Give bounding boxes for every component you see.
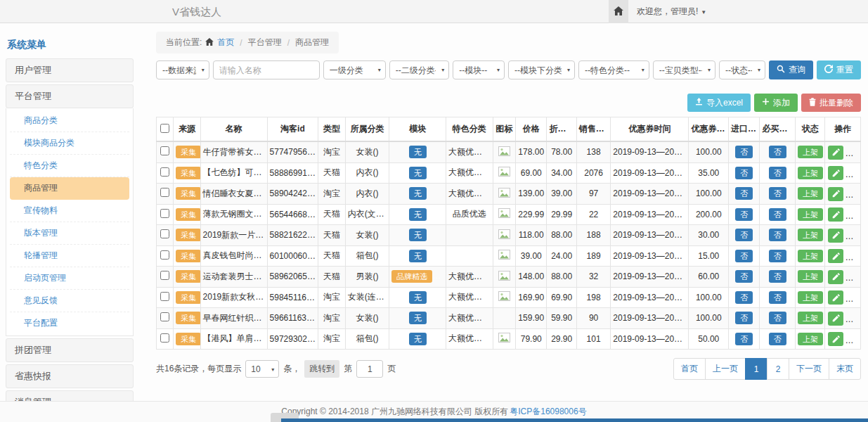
- row-checkbox[interactable]: [160, 333, 169, 343]
- sidebar-link-7[interactable]: 启动页管理: [10, 267, 129, 290]
- must-buy-toggle[interactable]: 否: [769, 187, 786, 200]
- status-button[interactable]: 上架: [798, 291, 823, 304]
- row-checkbox[interactable]: [160, 229, 169, 238]
- edit-button[interactable]: [828, 166, 843, 180]
- item-type-select[interactable]: --宝贝类型--: [653, 60, 715, 79]
- import-select-toggle[interactable]: 否: [735, 250, 753, 262]
- row-checkbox[interactable]: [160, 146, 169, 155]
- edit-button[interactable]: [828, 146, 843, 160]
- sidebar-link-1[interactable]: 模块商品分类: [10, 132, 129, 155]
- edit-button[interactable]: [828, 229, 843, 243]
- module-subcategory-select[interactable]: --模块下分类--: [508, 60, 575, 79]
- edit-button[interactable]: [828, 312, 843, 326]
- edit-button[interactable]: [828, 270, 843, 284]
- must-buy-toggle[interactable]: 否: [769, 333, 786, 345]
- import-select-toggle[interactable]: 否: [735, 208, 753, 221]
- must-buy-toggle[interactable]: 否: [769, 250, 786, 262]
- row-checkbox[interactable]: [160, 167, 169, 177]
- feature-category-select[interactable]: --特色分类--: [578, 60, 649, 79]
- data-source-select[interactable]: --数据来源--: [156, 60, 209, 79]
- page-size-select[interactable]: 10: [245, 360, 279, 378]
- must-buy-toggle[interactable]: 否: [769, 146, 786, 158]
- sidebar-group-0[interactable]: 用户管理: [6, 58, 134, 82]
- row-checkbox[interactable]: [160, 250, 169, 260]
- must-buy-toggle[interactable]: 否: [769, 229, 786, 241]
- status-button[interactable]: 上架: [798, 208, 823, 221]
- import-select-toggle[interactable]: 否: [735, 167, 753, 179]
- category-level2-select[interactable]: --二级分类--: [389, 60, 449, 79]
- status-button[interactable]: 上架: [798, 167, 823, 179]
- source-badge: 采集: [176, 187, 200, 200]
- reset-button[interactable]: 重置: [817, 60, 861, 79]
- sidebar-link-5[interactable]: 版本管理: [10, 222, 129, 245]
- page-prev-button[interactable]: 上一页: [705, 358, 746, 380]
- cell-status: 上架: [795, 328, 824, 350]
- cell-price: 178.00: [516, 141, 547, 162]
- import-excel-button[interactable]: 导入excel: [687, 94, 751, 112]
- import-select-toggle[interactable]: 否: [735, 146, 753, 158]
- sidebar-link-0[interactable]: 商品分类: [10, 110, 129, 132]
- status-button[interactable]: 上架: [798, 270, 823, 283]
- page-last-button[interactable]: 末页: [829, 358, 861, 380]
- edit-button[interactable]: [828, 249, 843, 263]
- row-checkbox[interactable]: [160, 188, 169, 197]
- edit-button[interactable]: [828, 187, 843, 201]
- cell-sales: 22: [576, 204, 610, 225]
- import-select-toggle[interactable]: 否: [735, 333, 753, 345]
- status-button[interactable]: 上架: [798, 229, 823, 241]
- product-name-input[interactable]: [213, 60, 320, 79]
- user-menu[interactable]: 欢迎您，管理员!▼: [637, 0, 706, 24]
- home-button[interactable]: [609, 0, 628, 23]
- sidebar-link-8[interactable]: 意见反馈: [10, 290, 129, 312]
- category-level1-select[interactable]: 一级分类: [323, 60, 386, 79]
- must-buy-toggle[interactable]: 否: [769, 270, 786, 283]
- must-buy-toggle[interactable]: 否: [769, 312, 786, 324]
- sidebar-link-3[interactable]: 商品管理: [10, 177, 129, 200]
- cell-source: 采集: [174, 328, 200, 350]
- category-level1-select-wrap: 一级分类▾: [323, 60, 386, 79]
- status-button[interactable]: 上架: [798, 146, 823, 158]
- must-buy-toggle[interactable]: 否: [769, 167, 786, 179]
- import-select-toggle[interactable]: 否: [735, 291, 753, 304]
- row-checkbox[interactable]: [160, 271, 169, 280]
- row-checkbox[interactable]: [160, 312, 169, 321]
- page-number-2[interactable]: 2: [767, 358, 789, 380]
- breadcrumb-home-link[interactable]: 首页: [217, 37, 234, 49]
- edit-button[interactable]: [828, 290, 843, 305]
- import-select-toggle[interactable]: 否: [735, 187, 753, 200]
- add-button[interactable]: 添加: [754, 94, 798, 112]
- icp-link[interactable]: 粤ICP备16098006号: [510, 406, 586, 418]
- must-buy-toggle[interactable]: 否: [769, 208, 786, 221]
- status-select[interactable]: --状态--: [719, 60, 765, 79]
- status-button[interactable]: 上架: [798, 250, 823, 262]
- module-select[interactable]: --模块--: [453, 60, 505, 79]
- edit-button[interactable]: [828, 207, 843, 222]
- status-button[interactable]: 上架: [798, 187, 823, 200]
- sidebar-link-4[interactable]: 宣传物料: [10, 200, 129, 222]
- batch-delete-button[interactable]: 批量删除: [801, 94, 861, 112]
- jump-button[interactable]: 跳转到: [304, 360, 339, 378]
- sidebar-link-9[interactable]: 平台配置: [10, 312, 129, 334]
- sidebar-group-2[interactable]: 拼团管理: [6, 338, 134, 362]
- row-checkbox[interactable]: [160, 292, 169, 301]
- status-button[interactable]: 上架: [798, 312, 823, 324]
- page-number-1[interactable]: 1: [745, 358, 767, 380]
- sidebar-link-2[interactable]: 特色分类: [10, 155, 129, 177]
- sidebar-group-1[interactable]: 平台管理: [6, 84, 134, 108]
- import-select-toggle[interactable]: 否: [735, 229, 753, 241]
- page-next-button[interactable]: 下一页: [789, 358, 829, 380]
- must-buy-toggle[interactable]: 否: [769, 291, 786, 304]
- import-select-toggle[interactable]: 否: [735, 312, 753, 324]
- status-button[interactable]: 上架: [798, 333, 823, 345]
- cell-feature: 大额优惠券: [446, 267, 493, 288]
- sidebar-group-3[interactable]: 省惠快报: [6, 364, 134, 388]
- row-checkbox[interactable]: [160, 209, 169, 218]
- edit-button[interactable]: [828, 332, 843, 346]
- page-first-button[interactable]: 首页: [673, 358, 706, 380]
- cell-price: 139.00: [516, 184, 547, 205]
- jump-page-input[interactable]: [356, 360, 383, 378]
- search-button[interactable]: 查询: [769, 60, 813, 79]
- select-all-checkbox[interactable]: [160, 124, 169, 133]
- sidebar-link-6[interactable]: 轮播管理: [10, 245, 129, 267]
- import-select-toggle[interactable]: 否: [735, 270, 753, 283]
